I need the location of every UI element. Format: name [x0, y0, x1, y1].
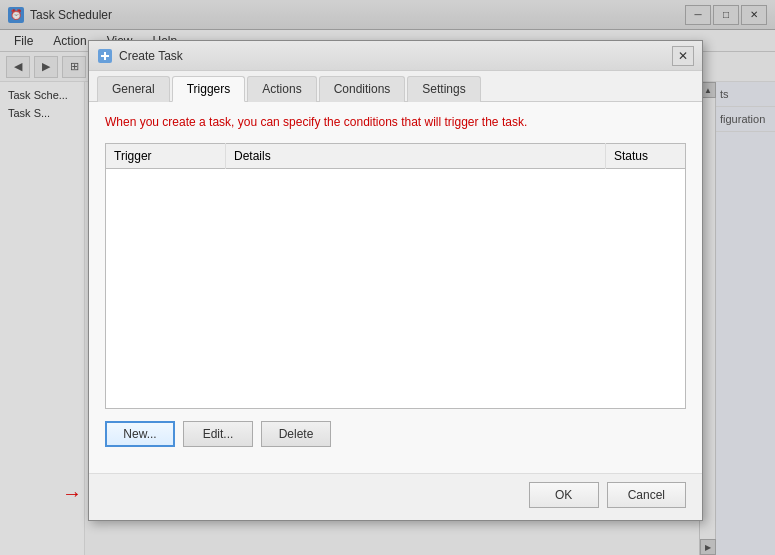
tab-settings[interactable]: Settings — [407, 76, 480, 102]
delete-button[interactable]: Delete — [261, 421, 331, 447]
trigger-table: Trigger Details Status — [105, 143, 686, 409]
col-trigger: Trigger — [106, 143, 226, 168]
dialog-tabs: General Triggers Actions Conditions Sett… — [89, 71, 702, 102]
info-text-highlight: conditions that will trigger the task — [344, 115, 524, 129]
dialog-close-button[interactable]: ✕ — [672, 46, 694, 66]
table-empty-body — [106, 168, 686, 408]
red-arrow-indicator: → — [62, 483, 82, 503]
dialog-body: When you create a task, you can specify … — [89, 102, 702, 473]
cancel-button[interactable]: Cancel — [607, 482, 686, 508]
tab-triggers[interactable]: Triggers — [172, 76, 246, 102]
dialog-footer: OK Cancel — [89, 473, 702, 520]
col-details: Details — [226, 143, 606, 168]
tab-general[interactable]: General — [97, 76, 170, 102]
ok-button[interactable]: OK — [529, 482, 599, 508]
info-text: When you create a task, you can specify … — [105, 114, 686, 131]
dialog-icon — [97, 48, 113, 64]
info-text-before: When you create a task, you can specify … — [105, 115, 344, 129]
dialog-titlebar: Create Task ✕ — [89, 41, 702, 71]
svg-rect-2 — [104, 52, 106, 60]
action-buttons-row: New... Edit... Delete — [105, 421, 686, 447]
create-task-dialog: Create Task ✕ General Triggers Actions C… — [88, 40, 703, 521]
edit-button[interactable]: Edit... — [183, 421, 253, 447]
dialog-title: Create Task — [119, 49, 672, 63]
col-status: Status — [606, 143, 686, 168]
new-button[interactable]: New... — [105, 421, 175, 447]
info-text-after: . — [524, 115, 527, 129]
tab-actions[interactable]: Actions — [247, 76, 316, 102]
tab-conditions[interactable]: Conditions — [319, 76, 406, 102]
